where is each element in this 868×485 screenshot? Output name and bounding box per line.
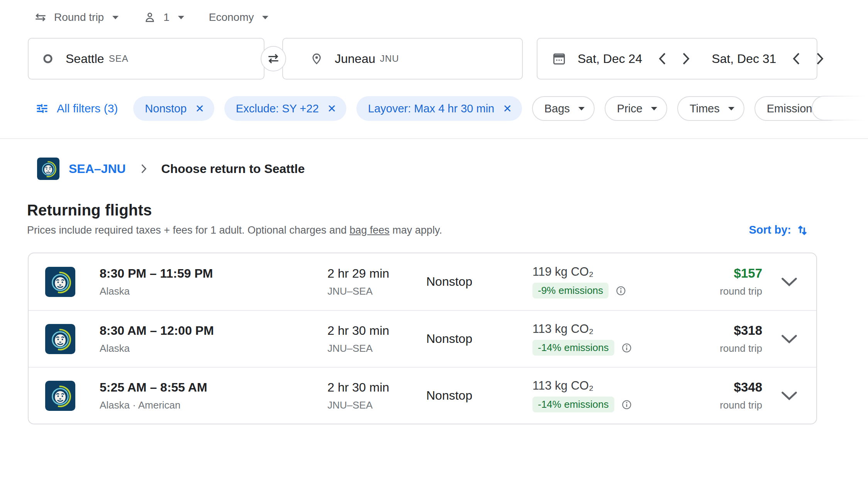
destination-code: JNU — [380, 53, 399, 64]
chevron-right-icon — [140, 163, 147, 175]
dropdown-label: Bags — [544, 102, 570, 115]
stops-label: Nonstop — [426, 275, 532, 289]
info-icon[interactable] — [615, 285, 626, 296]
sort-arrows-icon — [796, 223, 809, 236]
close-icon[interactable]: ✕ — [195, 102, 204, 115]
swap-gap — [264, 38, 282, 80]
filter-chip-layover[interactable]: Layover: Max 4 hr 30 min ✕ — [356, 96, 522, 121]
flight-route: JNU–SEA — [327, 399, 426, 411]
stops-label: Nonstop — [426, 332, 532, 346]
disclaimer-text: Prices include required taxes + fees for… — [27, 224, 349, 236]
bag-fees-link[interactable]: bag fees — [349, 224, 390, 236]
departure-date-previous-button[interactable] — [652, 49, 672, 69]
flight-price: $157 — [734, 266, 762, 281]
page-title: Returning flights — [27, 202, 442, 219]
close-icon[interactable]: ✕ — [503, 102, 512, 115]
flight-search-row: Seattle SEA Juneau JNU Sat, — [28, 38, 868, 80]
emissions-badge: -14% emissions — [532, 397, 614, 412]
return-date[interactable]: Sat, Dec 31 — [712, 52, 776, 66]
flight-route: JNU–SEA — [327, 285, 426, 297]
expand-flight-button[interactable] — [762, 391, 816, 401]
chip-label: Nonstop — [145, 102, 186, 115]
expand-flight-button[interactable] — [762, 334, 816, 344]
airline-names: Alaska · American — [100, 399, 327, 411]
origin-field[interactable]: Seattle SEA — [28, 38, 264, 80]
dropdown-label: Price — [617, 102, 643, 115]
departure-date[interactable]: Sat, Dec 24 — [578, 52, 642, 66]
emissions-badge: -9% emissions — [532, 283, 609, 298]
price-trip-type: round trip — [720, 285, 762, 297]
chevron-down-icon — [728, 107, 734, 110]
breadcrumb: SEA–JNU Choose return to Seattle — [37, 158, 868, 180]
airline-names: Alaska — [100, 343, 327, 354]
dropdown-label: Emissions — [767, 102, 818, 115]
info-icon[interactable] — [621, 343, 632, 353]
emissions-badge: -14% emissions — [532, 340, 614, 356]
destination-field[interactable]: Juneau JNU — [282, 38, 523, 80]
location-pin-icon — [310, 52, 323, 65]
passenger-count: 1 — [163, 11, 170, 24]
flight-route: JNU–SEA — [327, 343, 426, 354]
co2-amount: 113 kg CO₂ — [532, 379, 687, 393]
calendar-icon — [552, 52, 566, 66]
co2-amount: 119 kg CO₂ — [532, 265, 687, 279]
flight-row[interactable]: 8:30 PM – 11:59 PM Alaska 2 hr 29 min JN… — [29, 253, 816, 310]
flight-duration: 2 hr 29 min — [327, 266, 426, 281]
origin-circle-icon — [42, 53, 54, 65]
price-trip-type: round trip — [720, 399, 762, 411]
flight-duration: 2 hr 30 min — [327, 380, 426, 395]
return-date-previous-button[interactable] — [786, 49, 806, 69]
breadcrumb-current: Choose return to Seattle — [161, 162, 305, 176]
expand-flight-button[interactable] — [762, 277, 816, 287]
price-trip-type: round trip — [720, 343, 762, 354]
cabin-class-selector[interactable]: Economy — [209, 11, 269, 24]
all-filters-button[interactable]: All filters (3) — [35, 102, 118, 115]
passengers-selector[interactable]: 1 — [143, 11, 184, 24]
close-icon[interactable]: ✕ — [327, 102, 336, 115]
all-filters-label: All filters (3) — [57, 102, 118, 115]
flight-price: $348 — [734, 380, 762, 395]
price-disclaimer: Prices include required taxes + fees for… — [27, 224, 442, 236]
filter-chip-exclude-airline[interactable]: Exclude: SY +22 ✕ — [224, 96, 346, 121]
alaska-airlines-logo — [37, 158, 59, 180]
bags-filter-button[interactable]: Bags — [532, 96, 595, 121]
sort-by-button[interactable]: Sort by: — [749, 223, 809, 236]
alaska-airlines-logo — [45, 381, 75, 411]
chip-label: Layover: Max 4 hr 30 min — [368, 102, 494, 115]
chip-label: Exclude: SY +22 — [236, 102, 319, 115]
results-header: Returning flights Prices include require… — [27, 202, 809, 236]
filters-row: All filters (3) Nonstop ✕ Exclude: SY +2… — [35, 96, 868, 121]
price-filter-button[interactable]: Price — [605, 96, 667, 121]
trip-options-bar: Round trip 1 Economy — [34, 11, 868, 24]
chevron-down-icon — [112, 16, 119, 19]
departure-date-next-button[interactable] — [676, 49, 696, 69]
dropdown-label: Times — [690, 102, 720, 115]
chevron-down-icon — [262, 16, 268, 19]
flight-times: 5:25 AM – 8:55 AM — [100, 380, 327, 395]
chevron-down-icon — [578, 107, 585, 110]
origin-city: Seattle — [66, 52, 104, 66]
flight-row[interactable]: 8:30 AM – 12:00 PM Alaska 2 hr 30 min JN… — [29, 310, 816, 367]
dates-field: Sat, Dec 24 Sat, Dec 31 — [537, 38, 817, 80]
flight-price: $318 — [734, 323, 762, 338]
chip-row-fade — [815, 93, 868, 124]
filter-chip-nonstop[interactable]: Nonstop ✕ — [133, 96, 214, 121]
round-trip-arrows-icon — [34, 11, 47, 24]
swap-origin-destination-button[interactable] — [261, 46, 286, 71]
trip-type-selector[interactable]: Round trip — [34, 11, 119, 24]
flight-row[interactable]: 5:25 AM – 8:55 AM Alaska · American 2 hr… — [29, 367, 816, 424]
sort-by-label: Sort by: — [749, 224, 791, 236]
tune-filters-icon — [35, 102, 49, 115]
chevron-down-icon — [178, 16, 184, 19]
disclaimer-text: may apply. — [390, 224, 442, 236]
alaska-airlines-logo — [45, 324, 75, 354]
chevron-down-icon — [651, 107, 657, 110]
info-icon[interactable] — [621, 399, 632, 410]
return-date-next-button[interactable] — [810, 49, 830, 69]
times-filter-button[interactable]: Times — [677, 96, 744, 121]
destination-city: Juneau — [335, 52, 375, 66]
origin-code: SEA — [109, 53, 129, 64]
breadcrumb-leg-link[interactable]: SEA–JNU — [69, 162, 126, 176]
airline-names: Alaska — [100, 285, 327, 297]
stops-label: Nonstop — [426, 388, 532, 403]
